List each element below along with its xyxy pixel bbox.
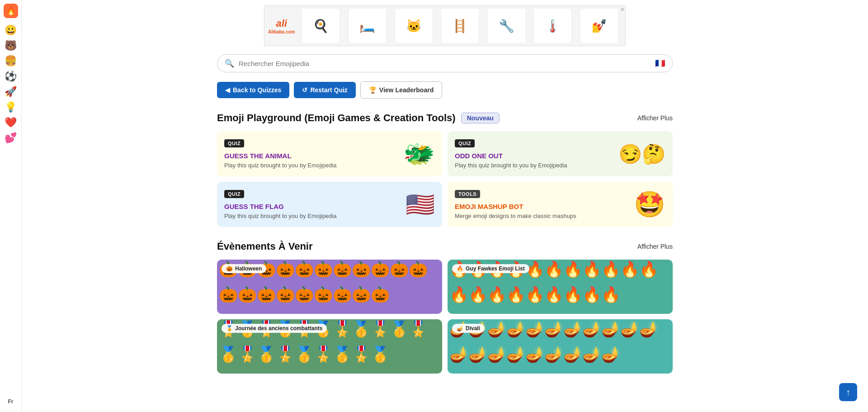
ad-product-4: 🪜 [441,8,479,43]
fawkes-label-text: Guy Fawkes Emoji List [466,265,525,272]
event-card-divali[interactable]: 🪔🪔🪔🪔🪔 🪔🪔🪔🪔🪔 🪔🪔🪔🪔🪔 🪔🪔🪔🪔🪔 🪔 Divali [448,319,673,374]
event-halloween-label: 🎃 Halloween [222,264,266,273]
ad-products: 🍳 🛏️ 🐱 🪜 🔧 🌡️ 💅 [298,8,622,43]
sidebar-icon-heart[interactable]: ❤️ [5,118,17,128]
divali-emoji-icon: 🪔 [457,325,463,331]
main-content: Emoji Playground (Emoji Games & Creation… [210,103,680,388]
quiz-card-mashup[interactable]: TOOLS EMOJI MASHUP BOT Merge emoji desig… [448,182,673,227]
logo-icon: 🔥 [6,6,16,16]
ad-product-7: 💅 [580,8,618,43]
action-buttons: ◀ Back to Quizzes ↺ Restart Quiz 🏆 View … [210,81,680,99]
quiz-card-odd-content: QUIZ ODD ONE OUT Play this quiz brought … [455,139,614,169]
scroll-to-top-button[interactable]: ↑ [839,383,857,401]
quiz-card-animal-emoji: 🐲 [403,139,435,169]
quiz-card-animal-content: QUIZ GUESS THE ANIMAL Play this quiz bro… [224,139,399,169]
search-container: 🔍 🇫🇷 [210,54,680,72]
view-leaderboard-button[interactable]: 🏆 View Leaderboard [360,81,442,99]
events-section-header: Évènements À Venir Afficher Plus [217,241,673,252]
fawkes-emoji-icon: 🔥 [457,265,463,272]
quiz-card-animal-title: GUESS THE ANIMAL [224,152,399,160]
sidebar-icon-bulb[interactable]: 💡 [5,102,17,112]
quiz-card-flag-content: QUIZ GUESS THE FLAG Play this quiz broug… [224,189,401,219]
playground-section-header: Emoji Playground (Emoji Games & Creation… [217,112,673,124]
ad-close-button[interactable]: ✕ [620,7,624,13]
restart-icon: ↺ [302,86,307,94]
sidebar-lang[interactable]: Fr [8,398,14,408]
events-afficher-plus[interactable]: Afficher Plus [637,243,673,250]
events-grid: 🎃🎃🎃🎃🎃 🎃🎃🎃🎃🎃 🎃🎃🎃🎃🎃 🎃🎃🎃🎃🎃 🎃 Halloween [217,260,673,374]
leaderboard-icon: 🏆 [369,86,377,94]
quiz-card-animal-desc: Play this quiz brought to you by Emojipe… [224,162,399,169]
quiz-card-odd-desc: Play this quiz brought to you by Emojipe… [455,162,614,169]
halloween-emoji-icon: 🎃 [226,265,233,272]
event-card-halloween[interactable]: 🎃🎃🎃🎃🎃 🎃🎃🎃🎃🎃 🎃🎃🎃🎃🎃 🎃🎃🎃🎃🎃 🎃 Halloween [217,260,442,314]
event-anciens-label: 🏅 Journée des anciens combattants [222,324,327,333]
ad-product-6: 🌡️ [533,8,572,43]
quiz-card-mashup-desc: Merge emoji designs to make classic mash… [455,213,629,219]
quiz-tag-odd: QUIZ [455,139,475,147]
events-title: Évènements À Venir [217,241,313,252]
sidebar-icon-soccer[interactable]: ⚽ [5,71,17,81]
event-divali-label: 🪔 Divali [452,324,485,333]
quiz-tag-animal: QUIZ [224,139,244,147]
event-fawkes-label: 🔥 Guy Fawkes Emoji List [452,264,529,273]
search-bar: 🔍 🇫🇷 [217,54,673,72]
back-to-quizzes-button[interactable]: ◀ Back to Quizzes [217,82,289,98]
nouveau-badge: Nouveau [461,113,500,123]
quiz-card-odd-emoji: 😏🤔 [618,143,665,165]
sidebar-logo[interactable]: 🔥 [4,4,18,18]
quiz-card-mashup-emoji: 🤩 [634,189,665,219]
anciens-emoji-icon: 🏅 [226,325,233,331]
event-card-fawkes[interactable]: 🔥🔥🔥🔥🔥 🔥🔥🔥🔥🔥 🔥🔥🔥🔥🔥 🔥🔥🔥🔥🔥 🔥 Guy Fawkes Emo… [448,260,673,314]
search-lang-emoji: 🇫🇷 [655,58,665,68]
anciens-label-text: Journée des anciens combattants [235,325,322,331]
back-arrow-icon: ◀ [225,86,230,94]
divali-label-text: Divali [466,325,480,331]
quiz-card-flag-title: GUESS THE FLAG [224,203,401,210]
quiz-card-odd[interactable]: QUIZ ODD ONE OUT Play this quiz brought … [448,131,673,176]
quiz-card-flag-emoji: 🇺🇸 [406,191,435,218]
quiz-card-odd-title: ODD ONE OUT [455,152,614,160]
back-to-quizzes-label: Back to Quizzes [233,86,281,94]
quiz-card-mashup-content: TOOLS EMOJI MASHUP BOT Merge emoji desig… [455,189,629,219]
restart-quiz-button[interactable]: ↺ Restart Quiz [294,82,355,98]
ad-product-2: 🛏️ [348,8,387,43]
quiz-card-flag-desc: Play this quiz brought to you by Emojipe… [224,213,401,219]
ad-product-5: 🔧 [487,8,526,43]
playground-afficher-plus[interactable]: Afficher Plus [637,114,673,122]
restart-quiz-label: Restart Quiz [310,86,347,94]
view-leaderboard-label: View Leaderboard [379,86,434,94]
quiz-grid: QUIZ GUESS THE ANIMAL Play this quiz bro… [217,131,673,227]
sidebar-icon-rocket[interactable]: 🚀 [5,87,17,97]
quiz-tag-flag: QUIZ [224,190,244,198]
quiz-card-mashup-title: EMOJI MASHUP BOT [455,203,629,210]
ad-banner: ali Alibaba.com 🍳 🛏️ 🐱 🪜 🔧 🌡️ 💅 ✕ [264,5,626,46]
ad-product-1: 🍳 [302,8,340,43]
ad-product-3: 🐱 [395,8,433,43]
tools-tag-mashup: TOOLS [455,190,480,198]
search-input[interactable] [239,60,651,67]
sidebar-icon-sparkles[interactable]: 💕 [5,133,17,143]
sidebar-icon-face[interactable]: 😀 [5,25,17,35]
quiz-card-flag[interactable]: QUIZ GUESS THE FLAG Play this quiz broug… [217,182,442,227]
ad-logo: ali Alibaba.com [268,18,295,34]
sidebar-icon-burger[interactable]: 🍔 [5,56,17,66]
event-card-anciens[interactable]: 🎖️🥇🎖️🥇🎖️ 🥇🎖️🥇🎖️🥇 🎖️🥇🎖️🥇🎖️ 🥇🎖️🥇🎖️🥇 🏅 Jour… [217,319,442,374]
sidebar: 🔥 😀 🐻 🍔 ⚽ 🚀 💡 ❤️ 💕 Fr [0,0,22,412]
sidebar-icon-bear[interactable]: 🐻 [5,41,17,51]
quiz-card-animal[interactable]: QUIZ GUESS THE ANIMAL Play this quiz bro… [217,131,442,176]
search-icon: 🔍 [225,59,234,68]
halloween-label-text: Halloween [235,265,262,272]
playground-title: Emoji Playground (Emoji Games & Creation… [217,112,456,124]
